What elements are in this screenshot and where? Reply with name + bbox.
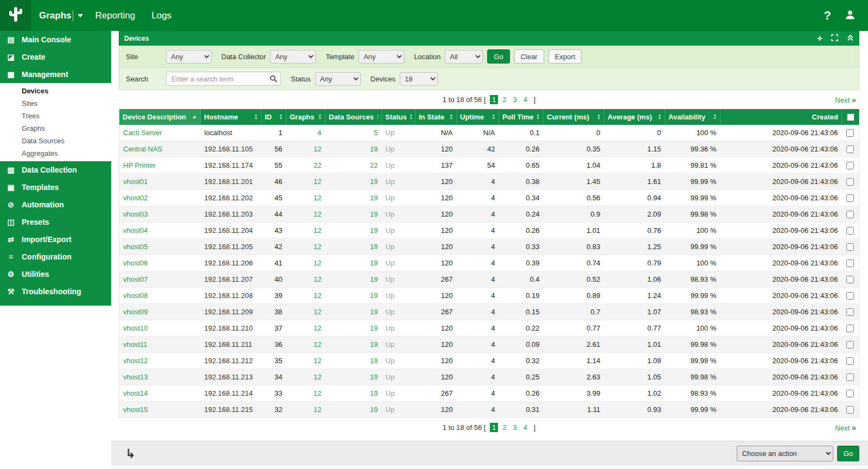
sidebar-subitem-data-sources[interactable]: Data Sources bbox=[0, 135, 111, 147]
row-checkbox[interactable] bbox=[846, 373, 854, 381]
device-description-link[interactable]: vhost07 bbox=[123, 275, 148, 283]
status-select[interactable]: Any bbox=[315, 72, 361, 86]
sidebar-subitem-sites[interactable]: Sites bbox=[0, 97, 111, 110]
export-button[interactable]: Export bbox=[548, 49, 582, 64]
device-description-link[interactable]: Central NAS bbox=[123, 145, 162, 153]
template-select[interactable]: Any bbox=[359, 50, 404, 64]
tab-logs[interactable]: Logs bbox=[143, 0, 180, 31]
data-sources-count-link[interactable]: 19 bbox=[326, 402, 382, 418]
graphs-count-link[interactable]: 4 bbox=[286, 125, 326, 141]
page-link-1[interactable]: 1 bbox=[490, 423, 498, 432]
device-description-link[interactable]: vhost03 bbox=[123, 210, 148, 218]
collapse-panel-icon[interactable] bbox=[847, 34, 854, 43]
row-checkbox[interactable] bbox=[846, 276, 854, 283]
graphs-count-link[interactable]: 12 bbox=[286, 174, 326, 190]
graphs-count-link[interactable]: 12 bbox=[286, 288, 326, 304]
data-sources-count-link[interactable]: 19 bbox=[326, 271, 382, 288]
row-checkbox[interactable] bbox=[846, 227, 854, 234]
sidebar-item-utilities[interactable]: ⚙ Utilities bbox=[0, 265, 111, 283]
sidebar-item-troubleshooting[interactable]: ⚒ Troubleshooting bbox=[0, 283, 111, 300]
data-sources-count-link[interactable]: 19 bbox=[326, 385, 382, 402]
graphs-count-link[interactable]: 22 bbox=[286, 157, 326, 174]
sidebar-item-data-collection[interactable]: ▥ Data Collection bbox=[0, 161, 111, 179]
data-sources-count-link[interactable]: 5 bbox=[326, 125, 382, 141]
user-icon[interactable] bbox=[844, 9, 856, 22]
data-sources-count-link[interactable]: 19 bbox=[326, 353, 382, 369]
sidebar-item-configuration[interactable]: ≡ Configuration bbox=[0, 248, 111, 265]
device-description-link[interactable]: vhost13 bbox=[123, 373, 148, 381]
device-description-link[interactable]: vhost08 bbox=[123, 291, 148, 300]
device-description-link[interactable]: vhost02 bbox=[123, 194, 148, 202]
data-sources-count-link[interactable]: 19 bbox=[326, 174, 382, 190]
data-sources-count-link[interactable]: 19 bbox=[326, 206, 382, 223]
row-checkbox[interactable] bbox=[846, 211, 854, 218]
row-checkbox[interactable] bbox=[846, 325, 854, 332]
column-header-id[interactable]: ID ▲▼ bbox=[261, 109, 286, 125]
column-header-device-description[interactable]: Device Description ▲ bbox=[119, 109, 201, 125]
device-description-link[interactable]: vhost15 bbox=[123, 405, 148, 414]
next-page-link[interactable]: Next » bbox=[835, 95, 856, 104]
row-checkbox[interactable] bbox=[846, 162, 854, 169]
location-select[interactable]: All bbox=[445, 50, 483, 64]
row-checkbox[interactable] bbox=[846, 341, 854, 348]
tab-graphs[interactable]: Graphs bbox=[31, 0, 87, 31]
data-sources-count-link[interactable]: 19 bbox=[326, 369, 382, 385]
sidebar-item-templates[interactable]: ▣ Templates bbox=[0, 179, 111, 196]
graphs-count-link[interactable]: 12 bbox=[286, 385, 326, 402]
sidebar-item-management[interactable]: ▦ Management bbox=[0, 66, 111, 83]
search-icon[interactable] bbox=[270, 75, 277, 84]
page-link-4[interactable]: 4 bbox=[521, 423, 529, 432]
device-description-link[interactable]: vhost04 bbox=[123, 226, 148, 234]
graphs-count-link[interactable]: 12 bbox=[286, 402, 326, 418]
tab-reporting[interactable]: Reporting bbox=[87, 0, 144, 31]
column-header-created[interactable]: Created bbox=[720, 109, 842, 125]
graphs-count-link[interactable]: 12 bbox=[286, 141, 326, 157]
devices-per-page-select[interactable]: 18 bbox=[400, 72, 438, 86]
column-header-status[interactable]: Status ▲▼ bbox=[382, 109, 416, 125]
data-sources-count-link[interactable]: 19 bbox=[326, 304, 382, 320]
data-collector-select[interactable]: Any bbox=[270, 50, 316, 64]
graphs-count-link[interactable]: 12 bbox=[286, 369, 326, 385]
row-checkbox[interactable] bbox=[846, 129, 854, 137]
page-link-4[interactable]: 4 bbox=[521, 95, 529, 104]
device-description-link[interactable]: vhost10 bbox=[123, 324, 148, 332]
go-button[interactable]: Go bbox=[487, 49, 509, 64]
sidebar-item-import-export[interactable]: ⇄ Import/Export bbox=[0, 231, 111, 248]
column-header-data-sources[interactable]: Data Sources ▲▼ bbox=[326, 109, 382, 125]
sidebar-item-main-console[interactable]: ▤ Main Console bbox=[0, 31, 111, 48]
page-link-2[interactable]: 2 bbox=[500, 95, 508, 104]
sidebar-subitem-aggregates[interactable]: Aggregates bbox=[0, 147, 111, 160]
page-link-2[interactable]: 2 bbox=[500, 423, 508, 432]
device-description-link[interactable]: vhost09 bbox=[123, 308, 148, 316]
row-checkbox[interactable] bbox=[846, 243, 854, 251]
column-header-uptime[interactable]: Uptime ▲▼ bbox=[457, 109, 499, 125]
fullscreen-icon[interactable] bbox=[831, 34, 838, 43]
row-checkbox[interactable] bbox=[846, 194, 854, 202]
data-sources-count-link[interactable]: 19 bbox=[326, 223, 382, 239]
device-description-link[interactable]: HP Printer bbox=[123, 161, 156, 169]
graphs-count-link[interactable]: 12 bbox=[286, 255, 326, 271]
row-checkbox[interactable] bbox=[846, 145, 854, 153]
add-device-icon[interactable]: + bbox=[817, 34, 822, 43]
data-sources-count-link[interactable]: 19 bbox=[326, 190, 382, 206]
data-sources-count-link[interactable]: 19 bbox=[326, 337, 382, 353]
row-checkbox[interactable] bbox=[846, 178, 854, 186]
device-description-link[interactable]: vhost05 bbox=[123, 243, 148, 251]
graphs-count-link[interactable]: 12 bbox=[286, 223, 326, 239]
sidebar-subitem-devices[interactable]: Devices bbox=[0, 85, 111, 97]
column-header-in-state[interactable]: In State ▲▼ bbox=[416, 109, 457, 125]
device-description-link[interactable]: vhost11 bbox=[123, 340, 148, 348]
sidebar-item-presets[interactable]: ◫ Presets bbox=[0, 213, 111, 231]
row-checkbox[interactable] bbox=[846, 292, 854, 300]
graphs-count-link[interactable]: 12 bbox=[286, 337, 326, 353]
column-header-current-ms[interactable]: Current (ms) ▲▼ bbox=[544, 109, 604, 125]
row-checkbox[interactable] bbox=[846, 406, 854, 414]
graphs-count-link[interactable]: 12 bbox=[286, 353, 326, 369]
column-header-poll-time[interactable]: Poll Time ▲▼ bbox=[499, 109, 544, 125]
device-description-link[interactable]: vhost12 bbox=[123, 357, 148, 365]
sidebar-subitem-trees[interactable]: Trees bbox=[0, 110, 111, 122]
row-checkbox[interactable] bbox=[846, 357, 854, 365]
device-description-link[interactable]: vhost06 bbox=[123, 259, 148, 267]
action-go-button[interactable]: Go bbox=[837, 446, 859, 461]
action-select[interactable]: Choose an action bbox=[737, 446, 833, 461]
